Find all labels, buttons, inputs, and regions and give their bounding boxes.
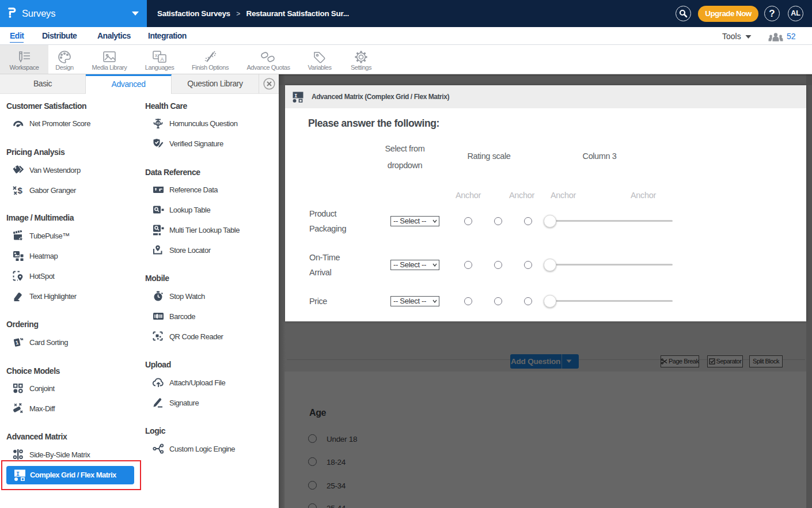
svg-text:I: I xyxy=(294,93,297,99)
svg-text:A: A xyxy=(161,56,164,62)
svg-text:x: x xyxy=(155,52,158,58)
svg-text:I: I xyxy=(16,471,20,477)
svg-text:$: $ xyxy=(18,185,23,195)
